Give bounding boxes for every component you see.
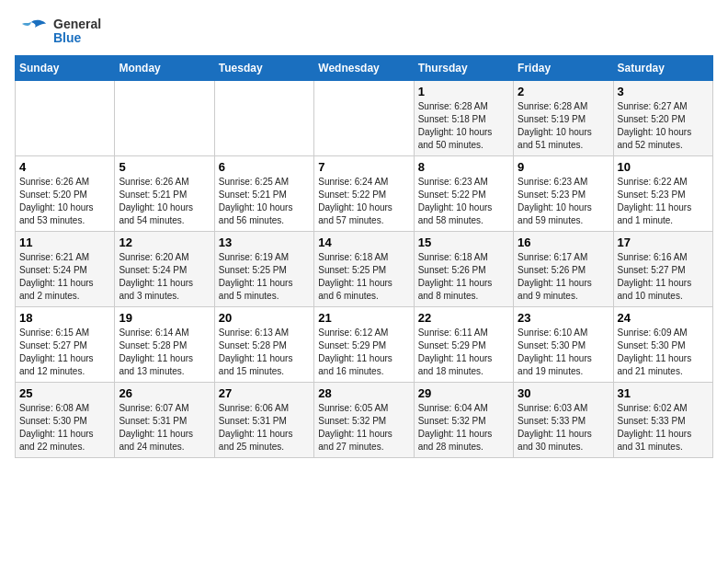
day-cell — [16, 81, 115, 156]
week-row-1: 1Sunrise: 6:28 AM Sunset: 5:18 PM Daylig… — [16, 81, 713, 156]
day-number: 31 — [618, 386, 709, 400]
day-info: Sunrise: 6:08 AM Sunset: 5:30 PM Dayligh… — [19, 402, 110, 454]
day-info: Sunrise: 6:20 AM Sunset: 5:24 PM Dayligh… — [119, 251, 210, 303]
day-number: 4 — [19, 160, 110, 174]
day-cell: 10Sunrise: 6:22 AM Sunset: 5:23 PM Dayli… — [613, 156, 712, 232]
day-cell: 3Sunrise: 6:27 AM Sunset: 5:20 PM Daylig… — [613, 81, 712, 156]
day-number: 27 — [219, 386, 310, 400]
day-number: 26 — [119, 386, 210, 400]
day-info: Sunrise: 6:25 AM Sunset: 5:21 PM Dayligh… — [219, 176, 310, 227]
day-cell: 15Sunrise: 6:18 AM Sunset: 5:26 PM Dayli… — [414, 232, 513, 307]
col-header-tuesday: Tuesday — [214, 56, 313, 81]
day-info: Sunrise: 6:13 AM Sunset: 5:28 PM Dayligh… — [219, 327, 310, 378]
day-number: 12 — [119, 236, 210, 249]
day-number: 3 — [618, 85, 709, 98]
day-info: Sunrise: 6:04 AM Sunset: 5:32 PM Dayligh… — [418, 402, 509, 454]
day-number: 8 — [418, 160, 509, 174]
day-info: Sunrise: 6:27 AM Sunset: 5:20 PM Dayligh… — [618, 100, 709, 152]
day-cell: 21Sunrise: 6:12 AM Sunset: 5:29 PM Dayli… — [314, 307, 414, 383]
day-cell: 19Sunrise: 6:14 AM Sunset: 5:28 PM Dayli… — [115, 307, 214, 383]
day-info: Sunrise: 6:26 AM Sunset: 5:21 PM Dayligh… — [119, 176, 210, 227]
day-number: 19 — [119, 311, 210, 325]
col-header-sunday: Sunday — [16, 56, 115, 81]
day-info: Sunrise: 6:09 AM Sunset: 5:30 PM Dayligh… — [618, 327, 709, 378]
day-number: 21 — [318, 311, 409, 325]
header: General Blue — [15, 15, 713, 48]
week-row-2: 4Sunrise: 6:26 AM Sunset: 5:20 PM Daylig… — [16, 156, 713, 232]
day-info: Sunrise: 6:15 AM Sunset: 5:27 PM Dayligh… — [19, 327, 110, 378]
day-cell: 11Sunrise: 6:21 AM Sunset: 5:24 PM Dayli… — [16, 232, 115, 307]
week-row-5: 25Sunrise: 6:08 AM Sunset: 5:30 PM Dayli… — [16, 383, 713, 458]
day-info: Sunrise: 6:18 AM Sunset: 5:26 PM Dayligh… — [418, 251, 509, 303]
day-number: 11 — [19, 236, 110, 249]
day-number: 25 — [19, 386, 110, 400]
day-cell: 8Sunrise: 6:23 AM Sunset: 5:22 PM Daylig… — [414, 156, 513, 232]
day-info: Sunrise: 6:03 AM Sunset: 5:33 PM Dayligh… — [518, 402, 609, 454]
day-cell: 29Sunrise: 6:04 AM Sunset: 5:32 PM Dayli… — [414, 383, 513, 458]
day-info: Sunrise: 6:14 AM Sunset: 5:28 PM Dayligh… — [119, 327, 210, 378]
day-info: Sunrise: 6:18 AM Sunset: 5:25 PM Dayligh… — [318, 251, 409, 303]
day-number: 10 — [618, 160, 709, 174]
day-number: 23 — [518, 311, 609, 325]
day-cell: 30Sunrise: 6:03 AM Sunset: 5:33 PM Dayli… — [514, 383, 613, 458]
day-info: Sunrise: 6:07 AM Sunset: 5:31 PM Dayligh… — [119, 402, 210, 454]
day-number: 9 — [518, 160, 609, 174]
day-number: 24 — [618, 311, 709, 325]
day-cell: 2Sunrise: 6:28 AM Sunset: 5:19 PM Daylig… — [514, 81, 613, 156]
day-number: 7 — [318, 160, 409, 174]
logo-text-wrapper: General Blue — [15, 15, 101, 48]
day-cell: 18Sunrise: 6:15 AM Sunset: 5:27 PM Dayli… — [16, 307, 115, 383]
day-info: Sunrise: 6:16 AM Sunset: 5:27 PM Dayligh… — [618, 251, 709, 303]
logo-general: General — [53, 17, 101, 31]
col-header-thursday: Thursday — [414, 56, 513, 81]
day-info: Sunrise: 6:19 AM Sunset: 5:25 PM Dayligh… — [219, 251, 310, 303]
col-header-wednesday: Wednesday — [314, 56, 414, 81]
day-number: 22 — [418, 311, 509, 325]
logo-blue: Blue — [53, 31, 101, 45]
week-row-4: 18Sunrise: 6:15 AM Sunset: 5:27 PM Dayli… — [16, 307, 713, 383]
day-number: 5 — [119, 160, 210, 174]
day-cell: 1Sunrise: 6:28 AM Sunset: 5:18 PM Daylig… — [414, 81, 513, 156]
day-cell: 16Sunrise: 6:17 AM Sunset: 5:26 PM Dayli… — [514, 232, 613, 307]
day-cell: 20Sunrise: 6:13 AM Sunset: 5:28 PM Dayli… — [214, 307, 313, 383]
day-info: Sunrise: 6:23 AM Sunset: 5:22 PM Dayligh… — [418, 176, 509, 227]
day-number: 20 — [219, 311, 310, 325]
day-number: 13 — [219, 236, 310, 249]
day-info: Sunrise: 6:28 AM Sunset: 5:19 PM Dayligh… — [518, 100, 609, 152]
day-info: Sunrise: 6:17 AM Sunset: 5:26 PM Dayligh… — [518, 251, 609, 303]
day-number: 29 — [418, 386, 509, 400]
day-cell: 12Sunrise: 6:20 AM Sunset: 5:24 PM Dayli… — [115, 232, 214, 307]
day-number: 15 — [418, 236, 509, 249]
day-info: Sunrise: 6:22 AM Sunset: 5:23 PM Dayligh… — [618, 176, 709, 227]
day-info: Sunrise: 6:12 AM Sunset: 5:29 PM Dayligh… — [318, 327, 409, 378]
day-cell: 14Sunrise: 6:18 AM Sunset: 5:25 PM Dayli… — [314, 232, 414, 307]
logo-bird-icon — [15, 15, 48, 48]
day-cell: 31Sunrise: 6:02 AM Sunset: 5:33 PM Dayli… — [613, 383, 712, 458]
day-cell: 25Sunrise: 6:08 AM Sunset: 5:30 PM Dayli… — [16, 383, 115, 458]
day-number: 16 — [518, 236, 609, 249]
day-info: Sunrise: 6:06 AM Sunset: 5:31 PM Dayligh… — [219, 402, 310, 454]
day-cell: 22Sunrise: 6:11 AM Sunset: 5:29 PM Dayli… — [414, 307, 513, 383]
day-number: 18 — [19, 311, 110, 325]
day-cell: 26Sunrise: 6:07 AM Sunset: 5:31 PM Dayli… — [115, 383, 214, 458]
day-cell: 17Sunrise: 6:16 AM Sunset: 5:27 PM Dayli… — [613, 232, 712, 307]
header-row: SundayMondayTuesdayWednesdayThursdayFrid… — [16, 56, 713, 81]
col-header-friday: Friday — [514, 56, 613, 81]
day-info: Sunrise: 6:23 AM Sunset: 5:23 PM Dayligh… — [518, 176, 609, 227]
day-info: Sunrise: 6:02 AM Sunset: 5:33 PM Dayligh… — [618, 402, 709, 454]
day-number: 30 — [518, 386, 609, 400]
week-row-3: 11Sunrise: 6:21 AM Sunset: 5:24 PM Dayli… — [16, 232, 713, 307]
day-cell: 5Sunrise: 6:26 AM Sunset: 5:21 PM Daylig… — [115, 156, 214, 232]
day-cell: 13Sunrise: 6:19 AM Sunset: 5:25 PM Dayli… — [214, 232, 313, 307]
day-number: 14 — [318, 236, 409, 249]
day-cell: 23Sunrise: 6:10 AM Sunset: 5:30 PM Dayli… — [514, 307, 613, 383]
day-cell: 27Sunrise: 6:06 AM Sunset: 5:31 PM Dayli… — [214, 383, 313, 458]
day-cell: 9Sunrise: 6:23 AM Sunset: 5:23 PM Daylig… — [514, 156, 613, 232]
logo: General Blue — [15, 15, 101, 48]
day-number: 17 — [618, 236, 709, 249]
col-header-saturday: Saturday — [613, 56, 712, 81]
day-number: 2 — [518, 85, 609, 98]
day-cell — [314, 81, 414, 156]
day-number: 6 — [219, 160, 310, 174]
col-header-monday: Monday — [115, 56, 214, 81]
